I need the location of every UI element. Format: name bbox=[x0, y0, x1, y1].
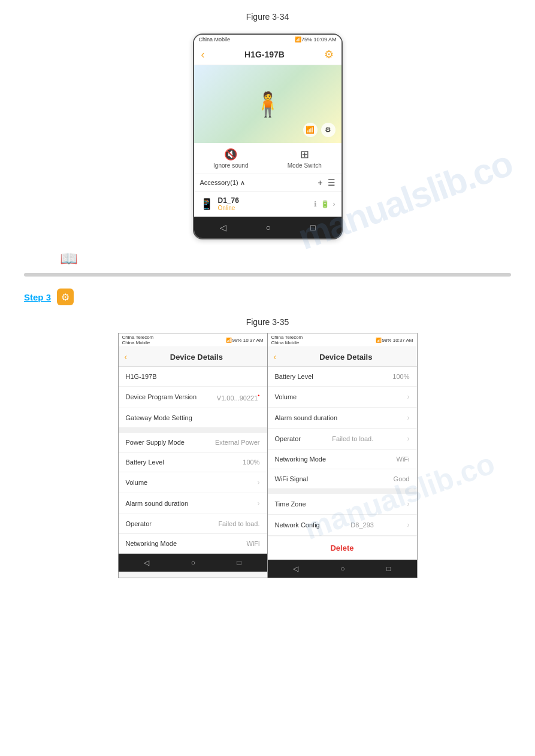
list-item: Networking Mode WiFi bbox=[268, 450, 417, 469]
left-panel-header: ‹ Device Details bbox=[119, 347, 267, 367]
list-item[interactable]: Device Program Version V1.00...90221• bbox=[119, 387, 267, 408]
right-panel: China TelecomChina Mobile 📶98% 10:37 AM … bbox=[268, 333, 418, 578]
menu-icon[interactable]: ☰ bbox=[328, 178, 335, 187]
nav-back-btn[interactable]: ◁ bbox=[293, 564, 298, 573]
nav-back-btn[interactable]: ◁ bbox=[220, 223, 226, 232]
step3-gear-icon[interactable]: ⚙ bbox=[57, 289, 74, 305]
list-item[interactable]: Alarm sound duration › bbox=[268, 408, 417, 429]
item-label: Device Program Version bbox=[126, 393, 197, 400]
step-3-label: Step 3 bbox=[24, 292, 51, 302]
item-value: 100% bbox=[392, 373, 409, 380]
left-panel-title: Device Details bbox=[132, 353, 261, 362]
item-value: V1.00...90221• bbox=[217, 393, 260, 402]
nav-recent-btn[interactable]: □ bbox=[310, 223, 315, 232]
carrier: China Mobile bbox=[199, 37, 231, 42]
list-item: Power Supply Mode External Power bbox=[119, 433, 267, 453]
nav-bar-34: ◁ ○ □ bbox=[194, 217, 341, 238]
ignore-sound-label: Ignore sound bbox=[213, 162, 248, 169]
device-status: Online bbox=[218, 205, 239, 211]
overlay-icons: 📶 ⚙ bbox=[303, 123, 335, 137]
gear-icon[interactable]: ⚙ bbox=[324, 48, 334, 61]
item-label: Alarm sound duration bbox=[275, 414, 338, 421]
ignore-sound-btn[interactable]: 🔇 Ignore sound bbox=[213, 148, 248, 169]
battery-icon[interactable]: 🔋 bbox=[321, 200, 330, 208]
list-item[interactable]: Operator Failed to load. › bbox=[268, 429, 417, 450]
device-row[interactable]: 📱 D1_76 Online ℹ 🔋 › bbox=[194, 192, 341, 217]
item-value: WiFi bbox=[397, 456, 410, 463]
list-item[interactable]: Gateway Mode Setting bbox=[119, 408, 267, 428]
right-panel-header: ‹ Device Details bbox=[268, 347, 417, 367]
right-panel-list: Battery Level 100% Volume › Alarm sound … bbox=[268, 367, 417, 560]
list-item[interactable]: Volume › bbox=[119, 472, 267, 493]
device-icon: 📱 bbox=[200, 198, 213, 211]
info-icon[interactable]: ℹ bbox=[314, 200, 317, 208]
book-icon-section: 📖 bbox=[36, 250, 499, 267]
section-gap bbox=[268, 489, 417, 494]
figure-35-container: China TelecomChina Mobile 📶98% 10:37 AM … bbox=[0, 333, 535, 578]
back-arrow-icon[interactable]: ‹ bbox=[201, 48, 205, 61]
figure-35-label: Figure 3-35 bbox=[0, 317, 535, 327]
item-label: Networking Mode bbox=[126, 540, 177, 547]
phone-title-34: H1G-197B bbox=[244, 50, 285, 59]
list-item[interactable]: Time Zone › bbox=[268, 494, 417, 515]
delete-row: Delete bbox=[268, 536, 417, 560]
item-label: WiFi Signal bbox=[275, 475, 309, 482]
nav-recent-btn[interactable]: □ bbox=[386, 564, 391, 573]
item-value: Failed to load. bbox=[218, 520, 259, 527]
chevron-right-icon: › bbox=[407, 500, 410, 508]
left-status-bar: China TelecomChina Mobile 📶98% 10:37 AM bbox=[119, 333, 267, 347]
item-label: Network Config bbox=[275, 521, 320, 529]
item-label: Operator bbox=[126, 520, 152, 527]
item-label: Gateway Mode Setting bbox=[126, 414, 192, 421]
list-item: Networking Mode WiFi bbox=[119, 534, 267, 554]
item-value: WiFi bbox=[247, 540, 260, 547]
item-value: Failed to load. bbox=[332, 435, 373, 442]
figure-34-label: Figure 3-34 bbox=[0, 12, 535, 22]
list-item[interactable]: Alarm sound duration › bbox=[119, 493, 267, 514]
item-value: External Power bbox=[215, 439, 260, 446]
item-label: Volume bbox=[275, 393, 297, 400]
right-signal-time: 📶98% 10:37 AM bbox=[376, 338, 413, 343]
settings-icon[interactable]: ⚙ bbox=[321, 123, 335, 137]
accessory-bar: Accessory(1) ∧ + ☰ bbox=[194, 174, 341, 192]
phone-image-area: 🧍 📶 ⚙ bbox=[194, 65, 341, 143]
illustration-icon: 🧍 bbox=[253, 90, 283, 119]
nav-back-btn[interactable]: ◁ bbox=[144, 558, 149, 567]
mode-switch-icon: ⊞ bbox=[300, 148, 309, 161]
right-panel-title: Device Details bbox=[281, 353, 410, 362]
item-value: Good bbox=[394, 475, 410, 482]
nav-home-btn[interactable]: ○ bbox=[191, 558, 195, 567]
right-carrier: China TelecomChina Mobile bbox=[271, 335, 303, 345]
add-icon[interactable]: + bbox=[318, 178, 322, 187]
left-panel: China TelecomChina Mobile 📶98% 10:37 AM … bbox=[118, 333, 268, 578]
list-item[interactable]: Network Config D8_293 › bbox=[268, 515, 417, 536]
delete-button[interactable]: Delete bbox=[330, 544, 353, 552]
item-label: Power Supply Mode bbox=[126, 439, 185, 446]
nav-home-btn[interactable]: ○ bbox=[266, 223, 271, 232]
gear-symbol: ⚙ bbox=[61, 292, 69, 303]
item-label: Time Zone bbox=[275, 500, 306, 508]
item-label: Volume bbox=[126, 479, 148, 486]
right-back-arrow-icon[interactable]: ‹ bbox=[274, 352, 277, 362]
item-label: Alarm sound duration bbox=[126, 500, 189, 507]
item-label: Battery Level bbox=[126, 459, 164, 466]
phone-header-34: ‹ H1G-197B ⚙ bbox=[194, 44, 341, 65]
book-icon: 📖 bbox=[60, 250, 78, 266]
mode-switch-label: Mode Switch bbox=[288, 162, 322, 169]
item-value: D8_293 bbox=[350, 521, 374, 529]
wifi-icon[interactable]: 📶 bbox=[303, 123, 318, 137]
device-name: D1_76 bbox=[218, 196, 239, 205]
chevron-right-icon: › bbox=[407, 521, 410, 529]
mode-switch-btn[interactable]: ⊞ Mode Switch bbox=[288, 148, 322, 169]
chevron-right-icon: › bbox=[333, 200, 335, 208]
nav-home-btn[interactable]: ○ bbox=[340, 564, 344, 573]
item-label: Networking Mode bbox=[275, 456, 327, 463]
nav-recent-btn[interactable]: □ bbox=[237, 558, 241, 567]
list-item[interactable]: Volume › bbox=[268, 387, 417, 408]
left-back-arrow-icon[interactable]: ‹ bbox=[125, 352, 128, 362]
list-item: Operator Failed to load. bbox=[119, 514, 267, 534]
list-item: WiFi Signal Good bbox=[268, 469, 417, 489]
chevron-right-icon: › bbox=[407, 435, 410, 443]
item-label: Operator bbox=[275, 435, 301, 442]
left-panel-list: H1G-197B Device Program Version V1.00...… bbox=[119, 367, 267, 554]
